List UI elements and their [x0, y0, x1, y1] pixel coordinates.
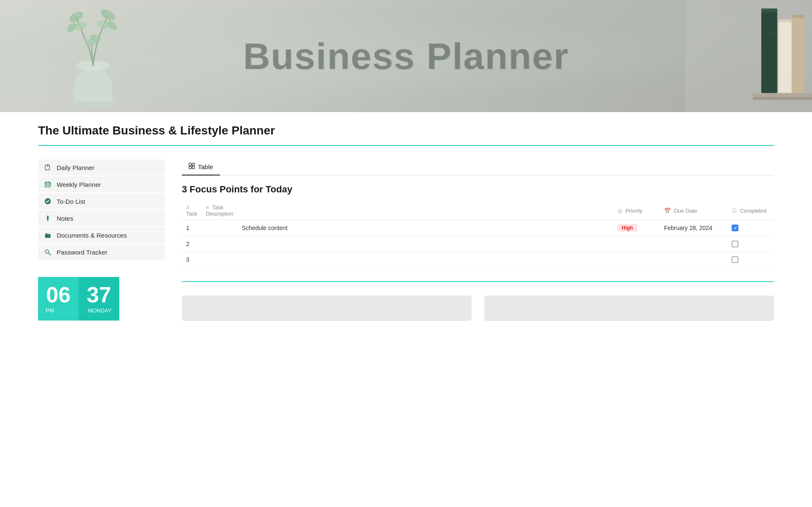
- sidebar-item-todo-list[interactable]: To-Do List: [38, 193, 165, 209]
- row-2-task: [202, 236, 238, 252]
- row-1-due-date: February 28, 2024: [660, 220, 727, 236]
- svg-point-12: [106, 12, 109, 15]
- clock-day: MONDAY: [88, 307, 112, 314]
- row-2-description: [238, 236, 613, 252]
- svg-rect-33: [47, 185, 48, 186]
- row-2-completed: [727, 236, 774, 252]
- svg-point-2: [67, 9, 85, 24]
- priority-high-badge: High: [617, 224, 637, 232]
- sidebar-label-todo-list: To-Do List: [57, 198, 85, 205]
- banner-title: Business Planner: [243, 35, 569, 78]
- check-circle-icon: [44, 197, 52, 205]
- sidebar-item-password-tracker[interactable]: Password Tracker: [38, 244, 165, 260]
- clock-minutes: 37: [87, 284, 111, 306]
- svg-rect-21: [793, 15, 804, 93]
- row-3-completed: [727, 252, 774, 268]
- sidebar-label-password-tracker: Password Tracker: [57, 249, 107, 256]
- svg-rect-22: [793, 15, 804, 18]
- page-title: The Ultimate Business & Lifestyle Planne…: [38, 124, 774, 137]
- sidebar-item-daily-planner[interactable]: Daily Planner: [38, 159, 165, 175]
- folder-icon: [44, 231, 52, 239]
- plant-decoration: [25, 0, 161, 112]
- svg-rect-28: [45, 182, 51, 187]
- check-col-icon: ☑: [732, 208, 737, 214]
- svg-rect-32: [46, 185, 47, 186]
- tab-table-label: Table: [198, 163, 213, 170]
- table-grid-icon: [189, 163, 195, 170]
- svg-point-10: [74, 14, 77, 17]
- svg-rect-17: [763, 11, 775, 91]
- svg-point-37: [45, 250, 49, 253]
- sidebar: Daily Planner Weekly Planner: [38, 159, 165, 321]
- row-3-num: 3: [182, 252, 202, 268]
- svg-rect-34: [49, 185, 49, 186]
- clock-ampm: PM: [46, 307, 54, 314]
- svg-point-11: [77, 13, 79, 16]
- sidebar-item-documents[interactable]: Documents & Resources: [38, 227, 165, 243]
- col-header-num: # Task: [182, 202, 202, 220]
- svg-point-13: [108, 13, 111, 15]
- sidebar-label-weekly-planner: Weekly Planner: [57, 181, 101, 188]
- svg-rect-41: [192, 163, 195, 166]
- main-content: The Ultimate Business & Lifestyle Planne…: [0, 112, 812, 338]
- table-row: 3: [182, 252, 774, 268]
- col-header-task: ≡ Task Description: [202, 202, 238, 220]
- svg-rect-20: [780, 21, 790, 91]
- focus-table: # Task ≡ Task Description ◎ Priority: [182, 202, 774, 268]
- task-icon: ≡: [206, 204, 209, 211]
- table-row: 1 Schedule content High February 28, 202…: [182, 220, 774, 236]
- calendar-icon: [44, 181, 52, 188]
- focus-table-title: 3 Focus Points for Today: [182, 184, 774, 195]
- row-1-num: 1: [182, 220, 202, 236]
- key-icon: [44, 248, 52, 256]
- row-2-due-date: [660, 236, 727, 252]
- sidebar-item-notes[interactable]: Notes: [38, 210, 165, 226]
- table-row: 2: [182, 236, 774, 252]
- row-1-completed: [727, 220, 774, 236]
- bottom-card-1: [182, 296, 472, 321]
- row-2-num: 2: [182, 236, 202, 252]
- sidebar-label-notes: Notes: [57, 215, 73, 222]
- pin-icon: [44, 214, 52, 222]
- row-3-description: [238, 252, 613, 268]
- row-3-due-date: [660, 252, 727, 268]
- checkbox-checked[interactable]: [732, 225, 738, 231]
- svg-rect-26: [753, 97, 812, 100]
- sidebar-label-daily-planner: Daily Planner: [57, 164, 94, 171]
- clock-widget: 06 PM 37 MONDAY: [38, 277, 123, 321]
- col-header-completed: ☑ Completed: [727, 202, 774, 220]
- sidebar-label-documents: Documents & Resources: [57, 232, 127, 239]
- calendar-col-icon: 📅: [664, 208, 671, 214]
- checkbox-unchecked[interactable]: [732, 241, 738, 247]
- books-decoration: [685, 0, 812, 112]
- row-3-priority: [613, 252, 660, 268]
- svg-rect-42: [189, 166, 192, 169]
- clock-left-panel: 06 PM: [38, 277, 79, 321]
- row-2-priority: [613, 236, 660, 252]
- banner: Business Planner: [0, 0, 812, 112]
- svg-point-5: [99, 7, 116, 22]
- svg-rect-43: [192, 166, 195, 169]
- tab-bar: Table: [182, 159, 774, 175]
- two-column-layout: Daily Planner Weekly Planner: [38, 159, 774, 321]
- row-1-task: [202, 220, 238, 236]
- col-header-desc: [238, 202, 613, 220]
- svg-rect-40: [189, 163, 192, 166]
- bottom-teal-divider: [182, 281, 774, 282]
- right-panel: Table 3 Focus Points for Today # Task ≡: [182, 159, 774, 321]
- clock-hour: 06: [46, 284, 71, 306]
- top-divider: [38, 145, 774, 146]
- tab-table[interactable]: Table: [182, 159, 220, 175]
- bottom-card-2: [484, 296, 774, 321]
- clock-right-panel: 37 MONDAY: [79, 277, 119, 321]
- row-1-priority: High: [613, 220, 660, 236]
- col-header-priority: ◎ Priority: [613, 202, 660, 220]
- bottom-cards-area: [182, 296, 774, 321]
- hash-icon: #: [186, 204, 189, 211]
- row-1-description: Schedule content: [238, 220, 613, 236]
- sidebar-item-weekly-planner[interactable]: Weekly Planner: [38, 176, 165, 192]
- edit-icon: [44, 164, 52, 171]
- checkbox-unchecked-2[interactable]: [732, 256, 738, 263]
- priority-icon: ◎: [617, 208, 622, 214]
- col-header-due: 📅 Due Date: [660, 202, 727, 220]
